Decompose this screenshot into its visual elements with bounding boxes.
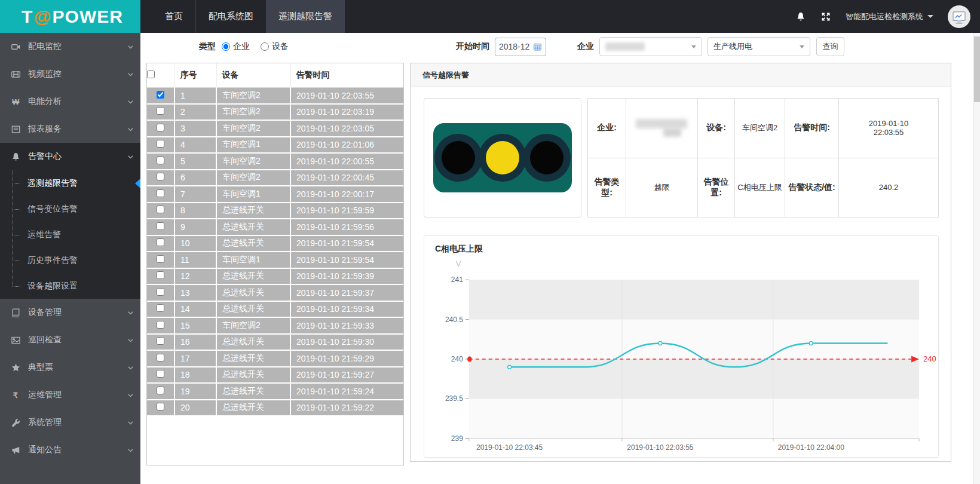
row-checkbox[interactable] bbox=[157, 337, 164, 345]
row-num: 18 bbox=[174, 367, 216, 384]
row-checkbox[interactable] bbox=[157, 255, 164, 263]
info-label: 告警类型: bbox=[588, 158, 626, 218]
sidebar-item[interactable]: ₹运维管理 bbox=[0, 381, 140, 409]
table-row[interactable]: 20总进线开关2019-01-10 21:59:22 bbox=[147, 400, 403, 416]
radio-input[interactable] bbox=[261, 42, 269, 51]
row-device: 车间空调2 bbox=[216, 170, 290, 186]
row-time: 2019-01-10 22:01:06 bbox=[290, 137, 403, 154]
info-label: 企业: bbox=[588, 99, 626, 158]
row-checkbox[interactable] bbox=[157, 140, 164, 148]
notification-bell-icon[interactable] bbox=[795, 11, 806, 22]
sidebar-item[interactable]: 报表服务 bbox=[0, 115, 140, 143]
sidebar-item[interactable]: 配电监控 bbox=[0, 33, 140, 60]
fullscreen-icon[interactable] bbox=[820, 11, 831, 22]
row-checkbox[interactable] bbox=[157, 238, 164, 246]
traffic-lamp-ring bbox=[479, 134, 526, 182]
row-checkbox[interactable] bbox=[157, 206, 164, 213]
chevron-down-icon bbox=[127, 336, 134, 344]
sidebar-item[interactable]: 设备管理 bbox=[0, 299, 140, 326]
radio-input[interactable] bbox=[222, 42, 230, 51]
row-time: 2019-01-10 21:59:29 bbox=[290, 350, 403, 367]
table-row[interactable]: 8总进线开关2019-01-10 21:59:59 bbox=[147, 203, 403, 219]
table-row[interactable]: 2车间空调22019-01-10 22:03:19 bbox=[147, 104, 403, 121]
alarm-table-body: 1车间空调22019-01-10 22:03:552车间空调22019-01-1… bbox=[147, 87, 403, 416]
row-checkbox[interactable] bbox=[157, 271, 164, 279]
query-button[interactable]: 查询 bbox=[816, 37, 844, 56]
start-time-input[interactable] bbox=[499, 42, 531, 51]
row-checkbox[interactable] bbox=[157, 304, 164, 312]
row-num: 12 bbox=[174, 268, 216, 285]
table-row[interactable]: 14总进线开关2019-01-10 21:59:34 bbox=[147, 301, 403, 318]
row-num: 9 bbox=[174, 219, 216, 235]
top-tab[interactable]: 首页 bbox=[152, 0, 195, 33]
select-all-checkbox[interactable] bbox=[147, 71, 155, 78]
row-checkbox[interactable] bbox=[157, 107, 164, 115]
table-row[interactable]: 13总进线开关2019-01-10 21:59:37 bbox=[147, 284, 403, 301]
type-radio-option[interactable]: 设备 bbox=[261, 41, 289, 52]
top-tab[interactable]: 遥测越限告警 bbox=[266, 0, 345, 33]
info-value: 240.2 bbox=[839, 158, 939, 218]
svg-text:239.5: 239.5 bbox=[445, 394, 463, 403]
sidebar-item[interactable]: ₩电能分析 bbox=[0, 88, 140, 115]
scrollbar-thumb[interactable] bbox=[974, 36, 980, 102]
sidebar-item[interactable]: 告警中心 bbox=[0, 143, 140, 170]
sidebar-item[interactable]: 巡回检查 bbox=[0, 326, 140, 354]
start-time-picker[interactable] bbox=[495, 38, 546, 56]
row-checkbox[interactable] bbox=[157, 157, 164, 164]
table-row[interactable]: 12总进线开关2019-01-10 21:59:39 bbox=[147, 268, 403, 285]
table-row[interactable]: 3车间空调22019-01-10 22:03:05 bbox=[147, 120, 403, 137]
row-time: 2019-01-10 21:59:39 bbox=[290, 268, 403, 285]
system-title-menu[interactable]: 智能配电运检检测系统 bbox=[846, 11, 933, 22]
table-row[interactable]: 17总进线开关2019-01-10 21:59:29 bbox=[147, 350, 403, 367]
sidebar-item[interactable]: 典型票 bbox=[0, 354, 140, 381]
enterprise-select[interactable] bbox=[599, 37, 702, 56]
row-checkbox[interactable] bbox=[157, 321, 164, 329]
row-checkbox[interactable] bbox=[157, 91, 164, 99]
table-row[interactable]: 19总进线开关2019-01-10 21:59:24 bbox=[147, 383, 403, 400]
svg-text:240: 240 bbox=[451, 355, 463, 363]
row-checkbox[interactable] bbox=[157, 124, 164, 131]
type-radio-option[interactable]: 企业 bbox=[222, 41, 250, 52]
table-row[interactable]: 5车间空调22019-01-10 22:00:55 bbox=[147, 153, 403, 170]
user-avatar[interactable] bbox=[948, 5, 970, 28]
row-num: 2 bbox=[174, 104, 216, 121]
table-row[interactable]: 4车间空调12019-01-10 22:01:06 bbox=[147, 137, 403, 154]
sidebar-subitem-label: 遥测越限告警 bbox=[27, 178, 78, 189]
table-row[interactable]: 7车间空调12019-01-10 22:00:17 bbox=[147, 186, 403, 203]
table-row[interactable]: 15车间空调22019-01-10 21:59:33 bbox=[147, 317, 403, 334]
row-time: 2019-01-10 21:59:59 bbox=[290, 203, 403, 219]
row-checkbox[interactable] bbox=[157, 222, 164, 230]
sidebar-subitem[interactable]: 历史事件告警 bbox=[0, 247, 140, 273]
sidebar-item-label: 配电监控 bbox=[28, 41, 62, 52]
table-row[interactable]: 6车间空调22019-01-10 22:00:45 bbox=[147, 170, 403, 186]
row-checkbox[interactable] bbox=[157, 370, 164, 378]
sidebar-item[interactable]: 视频监控 bbox=[0, 60, 140, 88]
sidebar-subitem[interactable]: 信号变位告警 bbox=[0, 196, 140, 222]
table-row[interactable]: 16总进线开关2019-01-10 21:59:30 bbox=[147, 334, 403, 351]
row-checkbox[interactable] bbox=[157, 189, 164, 197]
line-select[interactable]: 生产线用电 bbox=[708, 37, 810, 56]
table-row[interactable]: 18总进线开关2019-01-10 21:59:27 bbox=[147, 367, 403, 384]
info-value: 车间空调2 bbox=[735, 99, 785, 158]
chevron-down-icon bbox=[127, 364, 134, 372]
traffic-light-body bbox=[433, 123, 572, 192]
row-checkbox[interactable] bbox=[157, 173, 164, 180]
sidebar-subitem[interactable]: 运维告警 bbox=[0, 222, 140, 247]
table-row[interactable]: 10总进线开关2019-01-10 21:59:54 bbox=[147, 235, 403, 252]
row-checkbox[interactable] bbox=[157, 354, 164, 362]
sidebar-item[interactable]: 系统管理 bbox=[0, 409, 140, 436]
row-checkbox[interactable] bbox=[157, 288, 164, 296]
row-checkbox[interactable] bbox=[157, 387, 164, 394]
traffic-lamp-0 bbox=[442, 141, 475, 174]
table-row[interactable]: 11车间空调12019-01-10 21:59:54 bbox=[147, 252, 403, 268]
calendar-icon[interactable] bbox=[533, 42, 542, 51]
sidebar-item[interactable]: 通知公告 bbox=[0, 436, 140, 464]
row-checkbox[interactable] bbox=[157, 403, 164, 411]
sidebar-subitem[interactable]: 设备越限设置 bbox=[0, 273, 140, 299]
chevron-down-icon bbox=[691, 45, 696, 48]
vertical-scrollbar[interactable] bbox=[973, 33, 980, 484]
table-row[interactable]: 9总进线开关2019-01-10 21:59:56 bbox=[147, 219, 403, 235]
sidebar-subitem[interactable]: 遥测越限告警 bbox=[0, 170, 140, 196]
table-row[interactable]: 1车间空调22019-01-10 22:03:55 bbox=[147, 87, 403, 104]
top-tab[interactable]: 配电系统图 bbox=[195, 0, 266, 33]
